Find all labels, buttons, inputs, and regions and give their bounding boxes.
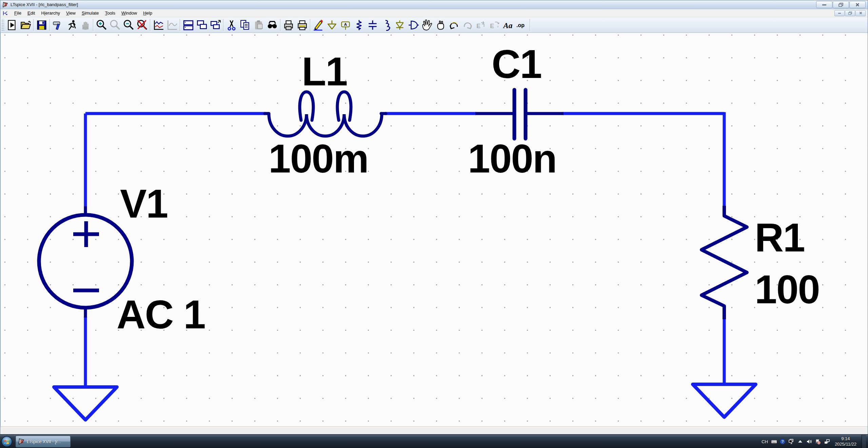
copy-icon <box>239 19 251 31</box>
cut-button[interactable] <box>225 18 238 32</box>
find-icon <box>267 19 278 31</box>
cascade-windows-arrow-button[interactable] <box>209 18 222 32</box>
cascade-windows-button[interactable] <box>195 18 209 32</box>
menu-simulate[interactable]: Simulate <box>79 10 102 16</box>
menu-file[interactable]: File <box>11 10 24 16</box>
place-inductor-button[interactable] <box>379 18 393 32</box>
svg-text:E: E <box>490 22 494 29</box>
undo-icon <box>448 19 460 31</box>
zoom-back-icon <box>109 19 121 31</box>
toolbar-separator <box>280 19 281 31</box>
toolbar-separator <box>180 19 180 31</box>
cascade-windows-icon <box>196 19 208 31</box>
show-hidden-icons[interactable] <box>797 439 803 445</box>
start-button[interactable] <box>0 435 14 448</box>
open-button[interactable] <box>19 18 32 32</box>
rotate-button: E <box>488 18 501 32</box>
network-icon[interactable] <box>824 439 830 445</box>
place-inductor-icon <box>380 19 392 31</box>
save-button[interactable] <box>35 18 48 32</box>
toolbar-separator <box>310 19 311 31</box>
window-popup-icon[interactable] <box>789 439 794 445</box>
component-ref-l1[interactable]: L1 <box>302 52 347 91</box>
help-icon[interactable]: ? <box>780 439 786 445</box>
component-value-c1[interactable]: 100n <box>468 139 556 179</box>
keyboard-icon[interactable] <box>771 439 777 445</box>
taskbar-clock[interactable]: 9:14 2025/11/22 <box>833 436 859 447</box>
taskbar-app-button[interactable]: LTspice XVII - [r... <box>16 436 71 447</box>
close-button[interactable] <box>849 1 866 8</box>
place-text-icon: Aa <box>502 19 514 31</box>
control-panel-icon <box>52 19 64 31</box>
move-icon <box>421 19 433 31</box>
menu-edit[interactable]: Edit <box>24 10 38 16</box>
new-schematic-button[interactable] <box>5 18 19 32</box>
minimize-button[interactable] <box>816 1 832 8</box>
svg-text:A: A <box>344 22 347 26</box>
child-minimize-button[interactable] <box>834 10 845 16</box>
ltspice-taskbar-icon <box>18 438 25 445</box>
component-ref-r1[interactable]: R1 <box>755 218 805 258</box>
input-indicator[interactable]: CH <box>762 439 768 444</box>
component-ref-v1[interactable]: V1 <box>120 184 167 224</box>
place-ground-button[interactable] <box>325 18 339 32</box>
place-capacitor-button[interactable] <box>366 18 379 32</box>
show-desktop-button[interactable] <box>862 435 866 448</box>
menu-tools[interactable]: Tools <box>102 10 118 16</box>
menu-view[interactable]: View <box>63 10 79 16</box>
place-ground-icon <box>326 19 338 31</box>
halt-icon <box>79 19 91 31</box>
drag-button[interactable] <box>434 18 447 32</box>
autorange-waveform-button[interactable] <box>152 18 165 32</box>
ground-left <box>54 387 117 420</box>
zoom-full-extents-button[interactable] <box>135 18 149 32</box>
svg-text:E: E <box>476 22 480 29</box>
spice-directive-button[interactable]: .op <box>515 18 529 32</box>
run-button[interactable] <box>65 18 78 32</box>
taskbar-app-label: LTspice XVII - [r... <box>27 439 61 444</box>
component-ref-c1[interactable]: C1 <box>492 44 541 84</box>
place-text-button[interactable]: Aa <box>501 18 515 32</box>
clock-date: 2025/11/22 <box>835 442 856 447</box>
undo-button[interactable] <box>447 18 461 32</box>
place-net-label-button[interactable]: A <box>339 18 352 32</box>
toolbar-separator <box>150 19 151 31</box>
toolbar-grip[interactable] <box>1 19 4 32</box>
menu-help[interactable]: Help <box>140 10 155 16</box>
menu-window[interactable]: Window <box>118 10 140 16</box>
volume-icon[interactable] <box>806 439 812 445</box>
tile-windows-button[interactable] <box>181 18 195 32</box>
component-value-l1[interactable]: 100m <box>269 139 368 179</box>
print-setup-button[interactable] <box>295 18 309 32</box>
rotate-icon: E <box>489 19 500 31</box>
schematic-canvas[interactable]: V1 AC 1 L1 100m C1 100n R1 100 <box>0 33 868 426</box>
copy-button[interactable] <box>238 18 252 32</box>
capacitor-c1 <box>475 90 564 139</box>
component-value-r1[interactable]: 100 <box>755 269 820 309</box>
redo-button <box>461 18 474 32</box>
restore-button[interactable] <box>833 1 849 8</box>
zoom-out-button[interactable] <box>122 18 135 32</box>
control-panel-button[interactable] <box>51 18 65 32</box>
toolbar-separator <box>50 19 50 31</box>
zoom-in-button[interactable] <box>95 18 108 32</box>
new-schematic-icon <box>6 19 18 31</box>
print-button[interactable] <box>282 18 295 32</box>
child-restore-button[interactable] <box>845 10 855 16</box>
place-diode-icon <box>394 19 406 31</box>
drag-icon <box>435 19 446 31</box>
place-component-button[interactable] <box>407 18 420 32</box>
ltspice-logo-icon <box>2 2 8 8</box>
place-diode-button[interactable] <box>393 18 407 32</box>
inductor-l1 <box>265 92 386 136</box>
place-resistor-button[interactable] <box>352 18 366 32</box>
menu-hierarchy[interactable]: Hierarchy <box>38 10 63 16</box>
child-close-button[interactable] <box>855 10 866 16</box>
find-button[interactable] <box>265 18 279 32</box>
draw-wire-button[interactable] <box>312 18 325 32</box>
spice-directive-icon: .op <box>516 19 528 31</box>
action-center-icon[interactable] <box>815 439 821 445</box>
toolbar: AEEAa.op <box>0 17 868 33</box>
move-button[interactable] <box>420 18 434 32</box>
component-value-v1[interactable]: AC 1 <box>117 294 205 334</box>
